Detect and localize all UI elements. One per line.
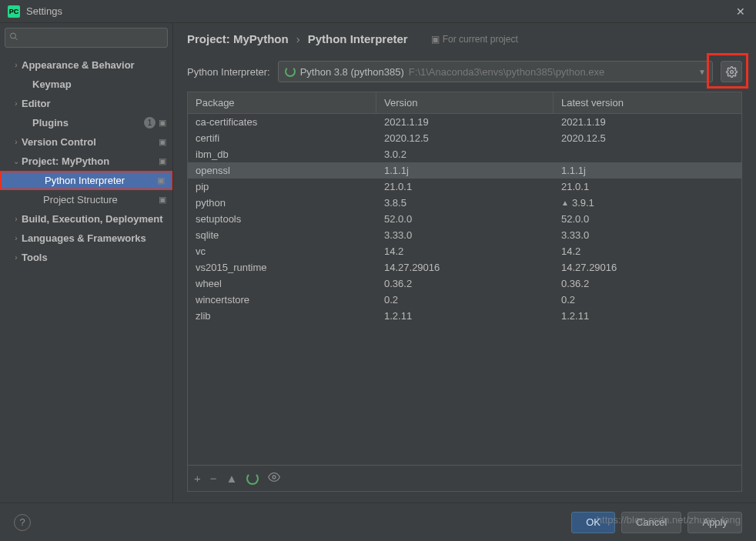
show-early-releases-button[interactable] [268, 471, 280, 486]
cell-package: wheel [188, 278, 376, 289]
table-row[interactable]: certifi2020.12.52020.12.5 [188, 130, 741, 146]
cell-latest: 21.0.1 [554, 181, 741, 192]
cell-latest: 52.0.0 [554, 213, 741, 225]
loading-spinner-icon [246, 473, 259, 485]
cell-package: wincertstore [188, 294, 376, 306]
tree-arrow-icon: › [11, 234, 22, 242]
cell-package: setuptools [188, 213, 376, 225]
cancel-button[interactable]: Cancel [621, 512, 681, 533]
dialog-footer: ? OK Cancel Apply [0, 503, 756, 541]
ok-button[interactable]: OK [571, 512, 615, 533]
sidebar-item-python-interpreter[interactable]: Python Interpreter▣ [0, 171, 172, 190]
table-row[interactable]: openssl1.1.1j1.1.1j [188, 162, 741, 179]
table-row[interactable]: wincertstore0.20.2 [188, 292, 741, 308]
sidebar-item-label: Project: MyPython [22, 155, 159, 167]
cell-package: openssl [188, 165, 376, 176]
upgrade-available-icon: ▲ [561, 199, 569, 207]
sidebar: ›Appearance & BehaviorKeymap›EditorPlugi… [0, 23, 173, 503]
svg-point-3 [273, 476, 276, 479]
table-row[interactable]: ibm_db3.0.2 [188, 146, 741, 162]
sidebar-item-project-structure[interactable]: Project Structure▣ [0, 190, 172, 209]
cell-version: 3.33.0 [376, 229, 554, 241]
project-scope-icon: ▣ [157, 175, 165, 185]
cell-latest: 14.2 [554, 245, 741, 257]
search-input[interactable] [5, 28, 168, 48]
update-badge: 1 [144, 117, 156, 129]
add-package-button[interactable]: + [194, 472, 201, 485]
project-scope-icon: ▣ [159, 118, 166, 128]
cell-latest: 2021.1.19 [554, 116, 741, 128]
cell-package: vc [188, 245, 376, 257]
column-header-package[interactable]: Package [188, 92, 376, 113]
table-row[interactable]: zlib1.2.111.2.11 [188, 308, 741, 324]
help-button[interactable]: ? [14, 514, 31, 531]
cell-latest: 0.36.2 [554, 278, 741, 289]
cell-latest: ▲3.9.1 [554, 197, 741, 209]
project-scope-icon: ▣ [159, 137, 166, 147]
cell-package: vs2015_runtime [188, 262, 376, 273]
breadcrumb-page: Python Interpreter [308, 32, 408, 45]
sidebar-item-label: Editor [22, 98, 166, 109]
scope-hint: ▣ For current project [431, 34, 518, 45]
cell-package: ca-certificates [188, 116, 376, 128]
tree-arrow-icon: › [11, 215, 22, 223]
sidebar-item-label: Version Control [22, 136, 159, 148]
cell-version: 0.2 [376, 294, 554, 306]
cell-version: 2020.12.5 [376, 132, 554, 144]
breadcrumb: Project: MyPython › Python Interpreter ▣… [173, 23, 756, 55]
column-header-latest[interactable]: Latest version [554, 92, 741, 113]
table-row[interactable]: setuptools52.0.052.0.0 [188, 211, 741, 227]
tree-arrow-icon: › [11, 61, 22, 69]
table-row[interactable]: python3.8.5▲3.9.1 [188, 195, 741, 211]
table-row[interactable]: pip21.0.121.0.1 [188, 179, 741, 195]
settings-tree: ›Appearance & BehaviorKeymap›EditorPlugi… [0, 52, 172, 503]
table-row[interactable]: ca-certificates2021.1.192021.1.19 [188, 114, 741, 130]
gear-button[interactable] [721, 61, 742, 82]
interpreter-path: F:\1\Anaconda3\envs\python385\python.exe [409, 66, 604, 78]
sidebar-item-build-execution-deployment[interactable]: ›Build, Execution, Deployment [0, 209, 172, 229]
cell-latest: 3.33.0 [554, 229, 741, 241]
sidebar-item-version-control[interactable]: ›Version Control▣ [0, 132, 172, 152]
interpreter-dropdown[interactable]: Python 3.8 (python385) F:\1\Anaconda3\en… [278, 61, 713, 82]
cell-version: 1.2.11 [376, 310, 554, 322]
cell-latest: 2020.12.5 [554, 132, 741, 144]
sidebar-item-plugins[interactable]: Plugins1▣ [0, 113, 172, 132]
cell-version: 21.0.1 [376, 181, 554, 192]
cell-package: zlib [188, 310, 376, 322]
breadcrumb-project[interactable]: Project: MyPython [187, 32, 289, 45]
sidebar-item-label: Tools [22, 252, 166, 263]
sidebar-item-label: Build, Execution, Deployment [22, 213, 166, 225]
sidebar-item-editor[interactable]: ›Editor [0, 94, 172, 113]
upgrade-package-button[interactable]: ▲ [226, 472, 238, 485]
sidebar-item-languages-frameworks[interactable]: ›Languages & Frameworks [0, 229, 172, 248]
sidebar-item-label: Plugins [32, 117, 144, 129]
sidebar-item-appearance-behavior[interactable]: ›Appearance & Behavior [0, 55, 172, 75]
gear-icon [726, 66, 738, 78]
sidebar-item-label: Keymap [32, 78, 166, 90]
cell-package: certifi [188, 132, 376, 144]
cell-version: 14.2 [376, 245, 554, 257]
remove-package-button[interactable]: − [210, 472, 217, 485]
chevron-right-icon: › [296, 32, 300, 45]
sidebar-item-label: Appearance & Behavior [22, 59, 166, 71]
project-scope-icon: ▣ [159, 195, 166, 205]
table-row[interactable]: wheel0.36.20.36.2 [188, 276, 741, 292]
sidebar-item-label: Python Interpreter [45, 175, 157, 186]
tree-arrow-icon: ⌄ [11, 157, 22, 165]
column-header-version[interactable]: Version [376, 92, 554, 113]
table-row[interactable]: sqlite3.33.03.33.0 [188, 227, 741, 243]
tree-arrow-icon: › [11, 138, 22, 146]
tree-arrow-icon: › [11, 99, 22, 108]
sidebar-item-tools[interactable]: ›Tools [0, 248, 172, 267]
table-row[interactable]: vc14.214.2 [188, 243, 741, 259]
sidebar-item-keymap[interactable]: Keymap [0, 75, 172, 94]
cell-latest: 14.27.29016 [554, 262, 741, 273]
titlebar: PC Settings ✕ [0, 0, 756, 23]
apply-button[interactable]: Apply [687, 512, 742, 533]
cell-latest: 1.1.1j [554, 165, 741, 176]
cell-package: pip [188, 181, 376, 192]
sidebar-item-project-mypython[interactable]: ⌄Project: MyPython▣ [0, 152, 172, 171]
table-row[interactable]: vs2015_runtime14.27.2901614.27.29016 [188, 259, 741, 276]
window-title: Settings [26, 5, 733, 17]
close-icon[interactable]: ✕ [733, 5, 748, 18]
